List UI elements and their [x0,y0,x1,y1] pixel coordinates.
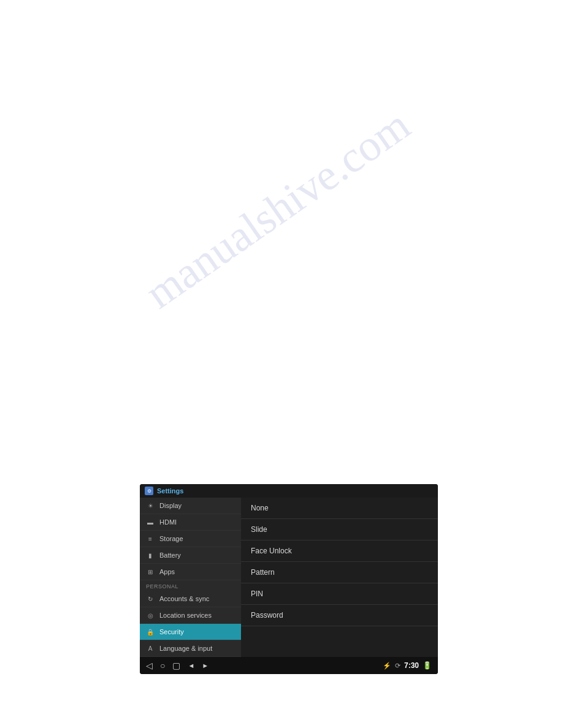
sidebar-label-display: Display [159,502,182,509]
sidebar-item-location-services[interactable]: ◎ Location services [140,607,241,624]
status-indicators: ⚡ ⟳ 7:30 🔋 [383,661,432,670]
sidebar-label-security: Security [159,628,184,635]
nav-buttons: ◁ ○ ▢ ◄ ► [146,661,209,670]
usb-icon: ⚡ [383,662,391,670]
option-slide[interactable]: Slide [241,519,438,540]
option-face-unlock[interactable]: Face Unlock [241,540,438,562]
sidebar-label-language-input: Language & input [159,645,212,652]
sidebar-item-security[interactable]: 🔒 Security [140,624,241,640]
title-bar: ⚙ Settings [140,484,438,498]
security-icon: 🔒 [146,628,155,636]
sidebar-label-battery: Battery [159,552,181,559]
sidebar-item-battery[interactable]: ▮ Battery [140,547,241,564]
app-title: Settings [157,487,183,495]
display-icon: ☀ [146,501,155,510]
accounts-sync-icon: ↻ [146,594,155,603]
clock: 7:30 [404,661,419,670]
option-pin[interactable]: PIN [241,583,438,605]
device-container: ⚙ Settings ☀ Display ▬ HDMI ≡ Storage ▮ … [140,484,438,674]
sidebar-item-storage[interactable]: ≡ Storage [140,531,241,547]
sidebar-item-accounts-sync[interactable]: ↻ Accounts & sync [140,591,241,607]
sidebar: ☀ Display ▬ HDMI ≡ Storage ▮ Battery ⊞ A… [140,498,241,657]
sidebar-item-display[interactable]: ☀ Display [140,498,241,514]
language-icon: A [146,644,155,653]
sync-icon: ⟳ [395,662,400,670]
recents-button[interactable]: ▢ [172,661,180,670]
watermark: manualshive.com [136,99,419,319]
sidebar-label-apps: Apps [159,568,175,575]
content-area: ☀ Display ▬ HDMI ≡ Storage ▮ Battery ⊞ A… [140,498,438,657]
option-password[interactable]: Password [241,605,438,626]
volume-up-icon[interactable]: ► [202,662,209,669]
location-icon: ◎ [146,611,155,620]
storage-icon: ≡ [146,534,155,543]
option-none[interactable]: None [241,498,438,519]
sidebar-label-location-services: Location services [159,612,212,619]
apps-icon: ⊞ [146,567,155,576]
battery-icon: ▮ [146,551,155,559]
sidebar-label-hdmi: HDMI [159,518,177,526]
personal-section-label: PERSONAL [140,580,241,591]
status-bar: ◁ ○ ▢ ◄ ► ⚡ ⟳ 7:30 🔋 [140,657,438,674]
option-pattern[interactable]: Pattern [241,562,438,583]
sidebar-item-hdmi[interactable]: ▬ HDMI [140,514,241,531]
settings-icon: ⚙ [145,487,153,495]
hdmi-icon: ▬ [146,518,155,526]
sidebar-item-language-input[interactable]: A Language & input [140,640,241,657]
back-button[interactable]: ◁ [146,661,153,670]
sidebar-label-accounts-sync: Accounts & sync [159,595,209,602]
volume-down-icon[interactable]: ◄ [188,662,194,669]
sidebar-item-apps[interactable]: ⊞ Apps [140,564,241,580]
sidebar-label-storage: Storage [159,535,183,542]
battery-status-icon: 🔋 [423,661,432,670]
main-panel: None Slide Face Unlock Pattern PIN Passw… [241,498,438,657]
home-button[interactable]: ○ [160,661,165,670]
